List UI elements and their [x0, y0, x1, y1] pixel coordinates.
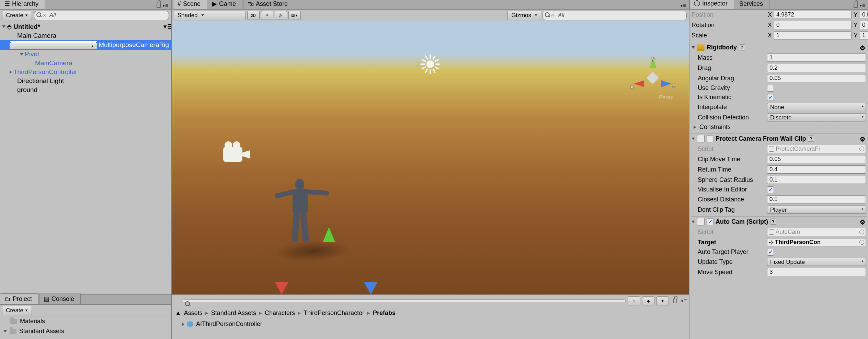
component-enable-checkbox[interactable] [707, 135, 713, 142]
angular-drag-field[interactable] [767, 74, 866, 82]
component-auto-cam[interactable]: Auto Cam (Script) ? ⚙ [691, 216, 867, 227]
gear-icon[interactable]: ⚙ [860, 219, 866, 225]
orientation-gizmo[interactable]: y x z [630, 56, 675, 100]
help-icon[interactable]: ? [770, 219, 776, 225]
fx-toggle[interactable]: 🖼▼ [288, 11, 301, 20]
rotation-x[interactable] [774, 21, 852, 29]
constraints-row[interactable]: Constraints [691, 122, 867, 132]
folder-standard-assets[interactable]: Standard Assets [0, 326, 171, 336]
help-icon[interactable]: ? [808, 136, 814, 142]
sphere-cast-radius-field[interactable] [767, 176, 866, 184]
panel-menu-icon[interactable]: ▾☰ [681, 3, 686, 8]
return-time-field[interactable] [767, 165, 866, 174]
scene-viewport[interactable]: y x z Persp [172, 21, 689, 294]
closest-distance-field[interactable] [767, 195, 866, 203]
scene-root[interactable]: ⬘ Untitled* ▾☰ [0, 22, 171, 31]
foldout-icon[interactable] [182, 323, 184, 326]
camera-gizmo[interactable] [223, 143, 254, 164]
create-button[interactable]: Create ▼ [2, 11, 32, 20]
visualise-checkbox[interactable] [767, 186, 774, 193]
panel-menu-icon[interactable]: ▾☰ [681, 299, 687, 303]
save-search-icon[interactable]: ★ [656, 296, 669, 305]
dont-clip-tag-dropdown[interactable]: Player [767, 206, 866, 214]
project-create-button[interactable]: Create ▼ [2, 306, 32, 315]
scene-search[interactable]: ☉ All [542, 11, 687, 20]
use-gravity-checkbox[interactable] [767, 85, 774, 92]
foldout-icon[interactable] [694, 126, 696, 129]
breadcrumb-item[interactable]: ThirdPersonCharacter [304, 309, 364, 317]
2d-toggle[interactable]: 2D [247, 11, 260, 20]
breadcrumb-item[interactable]: Prefabs [373, 309, 396, 317]
clip-move-time-field[interactable] [767, 155, 866, 163]
target-field[interactable]: ⊹ThirdPersonCon [767, 238, 866, 246]
lock-icon[interactable] [854, 3, 858, 8]
breadcrumb-item[interactable]: Assets [184, 309, 203, 317]
folder-materials[interactable]: Materials [0, 316, 171, 326]
filter-icon[interactable]: ⊙ [628, 296, 640, 305]
foldout-icon[interactable] [692, 138, 695, 140]
hier-third-person-controller[interactable]: ThirdPersonController [0, 68, 171, 77]
transform-gizmo-z[interactable] [364, 282, 378, 294]
component-enable-checkbox[interactable] [707, 218, 713, 225]
foldout-icon[interactable] [10, 70, 12, 74]
breadcrumb-item[interactable]: Characters [265, 309, 295, 317]
tab-project[interactable]: 🗀 Project [0, 293, 38, 304]
collision-dropdown[interactable]: Discrete [767, 113, 866, 121]
foldout-icon[interactable] [20, 53, 23, 56]
foldout-icon[interactable] [10, 41, 97, 49]
drag-field[interactable] [767, 64, 866, 72]
scale-x[interactable] [774, 31, 852, 39]
position-x[interactable] [774, 11, 852, 19]
rotation-y[interactable] [860, 21, 868, 29]
object-picker-icon[interactable] [859, 147, 864, 151]
tab-hierarchy[interactable]: ☰ Hierarchy [0, 0, 45, 9]
tab-asset-store[interactable]: 🛍Asset Store [243, 0, 294, 9]
asset-item[interactable]: AIThirdPersonController [172, 319, 689, 329]
component-rigidbody[interactable]: Rigidbody ? ⚙ [691, 42, 867, 52]
lock-icon[interactable] [673, 299, 677, 303]
foldout-icon[interactable] [692, 221, 695, 223]
tab-services[interactable]: Services [735, 0, 769, 9]
panel-menu-icon[interactable]: ▾☰ [163, 3, 168, 8]
foldout-icon[interactable] [3, 330, 7, 332]
transform-gizmo-x[interactable] [275, 282, 288, 294]
tab-console[interactable]: ▤ Console [39, 293, 81, 304]
foldout-icon[interactable] [692, 46, 695, 49]
object-picker-icon[interactable] [859, 240, 864, 245]
hier-ground[interactable]: ground [0, 85, 171, 94]
is-kinematic-checkbox[interactable] [767, 94, 774, 101]
breadcrumb-item[interactable]: Standard Assets [211, 309, 256, 317]
object-picker-icon[interactable] [859, 230, 864, 234]
scale-y[interactable] [860, 31, 868, 39]
move-speed-field[interactable] [767, 268, 866, 276]
shading-dropdown[interactable]: Shaded [174, 11, 246, 20]
foldout-icon[interactable] [2, 25, 5, 28]
update-type-dropdown[interactable]: Fixed Update [767, 258, 866, 266]
component-protect-camera[interactable]: Protect Camera From Wall Clip ? ⚙ [691, 133, 867, 144]
gear-icon[interactable]: ⚙ [860, 136, 866, 142]
tab-inspector[interactable]: ⓘInspector [689, 0, 734, 9]
hierarchy-search[interactable]: ☉ All [34, 11, 169, 20]
interpolate-dropdown[interactable]: None [767, 103, 866, 111]
project-search[interactable] [183, 300, 626, 302]
character-mesh[interactable] [275, 179, 330, 251]
scene-menu-icon[interactable]: ▾☰ [163, 23, 169, 31]
perspective-label[interactable]: Persp [659, 94, 674, 101]
tab-scene[interactable]: #Scene [173, 0, 207, 9]
mass-field[interactable] [767, 54, 866, 62]
bc-scroll-left[interactable]: ▲ [175, 309, 181, 317]
directional-light-gizmo[interactable] [422, 56, 439, 73]
audio-toggle[interactable]: 🔊 [275, 11, 287, 20]
hier-directional-light[interactable]: Directional Light [0, 77, 171, 85]
lock-icon[interactable] [157, 3, 161, 8]
transform-gizmo-y[interactable] [323, 227, 335, 242]
auto-target-checkbox[interactable] [767, 249, 774, 256]
hier-pivot-camera[interactable]: MainCamera [0, 59, 171, 68]
position-y[interactable] [860, 11, 868, 19]
script-field[interactable]: AutoCam [767, 228, 866, 236]
gizmos-dropdown[interactable]: Gizmos [507, 11, 541, 20]
help-icon[interactable]: ? [739, 44, 745, 50]
hier-pivot[interactable]: Pivot [0, 50, 171, 59]
filter-type-icon[interactable]: ◆ [642, 296, 654, 305]
tab-game[interactable]: ▶Game [208, 0, 242, 9]
